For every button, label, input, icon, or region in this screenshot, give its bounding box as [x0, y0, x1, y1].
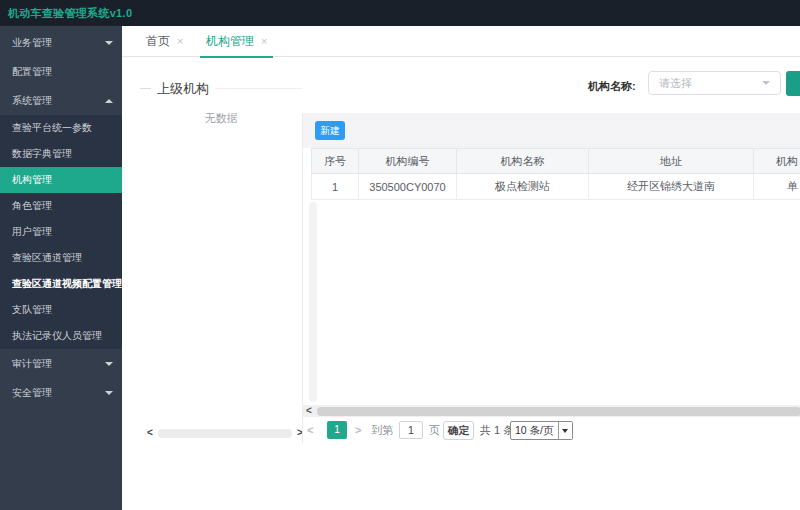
- cell-seq: 1: [312, 174, 359, 200]
- close-icon[interactable]: ×: [261, 35, 267, 47]
- sidebar-item-label: 机构管理: [12, 174, 52, 185]
- sidebar-item-data-dictionary[interactable]: 数据字典管理: [0, 141, 122, 167]
- parent-org-legend: 上级机构: [140, 80, 302, 97]
- org-table: 序号 机构编号 机构名称 地址 机构 1 350500CY0070 极点检测站 …: [311, 148, 800, 200]
- table-row[interactable]: 1 350500CY0070 极点检测站 经开区锦绣大道南 单: [312, 174, 800, 200]
- cell-org-type: 单: [754, 174, 800, 200]
- sidebar-item-label: 业务管理: [12, 37, 52, 48]
- cell-address: 经开区锦绣大道南: [589, 174, 754, 200]
- org-name-label: 机构名称:: [588, 79, 636, 94]
- tree-horizontal-scrollbar: < >: [144, 427, 306, 439]
- parent-org-panel: 上级机构 无数据: [140, 80, 302, 126]
- sidebar-item-label: 数据字典管理: [12, 148, 72, 159]
- new-button[interactable]: 新建: [315, 121, 345, 140]
- cell-org-name: 极点检测站: [457, 174, 589, 200]
- sidebar-item-channel-video-config[interactable]: 查验区通道视频配置管理: [0, 271, 122, 297]
- pagination: < 1 > 到第 页 确定 共 1 条 10 条/页: [303, 420, 800, 442]
- legend-line: [215, 88, 302, 89]
- col-org-type: 机构: [754, 149, 800, 174]
- page-number-button[interactable]: 1: [327, 421, 347, 439]
- sidebar-item-system-mgmt[interactable]: 系统管理: [0, 86, 122, 115]
- goto-label: 到第: [371, 420, 393, 440]
- col-org-name: 机构名称: [457, 149, 589, 174]
- sidebar-item-business-mgmt[interactable]: 业务管理: [0, 28, 122, 57]
- sidebar-item-audit-mgmt[interactable]: 审计管理: [0, 349, 122, 378]
- tab-org-mgmt[interactable]: 机构管理×: [200, 26, 273, 57]
- no-data-text: 无数据: [140, 111, 302, 126]
- prev-page-icon[interactable]: <: [307, 420, 313, 440]
- sidebar-item-label: 查验区通道管理: [12, 252, 82, 263]
- cell-org-code: 350500CY0070: [359, 174, 457, 200]
- org-name-select[interactable]: 请选择: [648, 71, 781, 95]
- sidebar-item-detachment-mgmt[interactable]: 支队管理: [0, 297, 122, 323]
- col-seq: 序号: [312, 149, 359, 174]
- sidebar-item-config-mgmt[interactable]: 配置管理: [0, 57, 122, 86]
- select-placeholder: 请选择: [659, 72, 692, 94]
- chevron-down-icon: [105, 391, 113, 395]
- sidebar-item-label: 系统管理: [12, 95, 52, 106]
- confirm-button[interactable]: 确定: [443, 421, 474, 440]
- chevron-down-icon: [762, 81, 770, 85]
- sidebar-item-recorder-staff-mgmt[interactable]: 执法记录仪人员管理: [0, 323, 122, 349]
- page-suffix-label: 页: [429, 420, 440, 440]
- sidebar-item-label: 执法记录仪人员管理: [12, 330, 102, 341]
- legend-line: [140, 88, 151, 89]
- select-arrow-box[interactable]: [558, 422, 572, 439]
- sidebar-item-role-mgmt[interactable]: 角色管理: [0, 193, 122, 219]
- sidebar-item-org-mgmt[interactable]: 机构管理: [0, 167, 122, 193]
- scroll-left-icon[interactable]: <: [306, 405, 312, 417]
- tab-label: 首页: [146, 34, 170, 48]
- org-table-panel: 新建 序号 机构编号 机构名称 地址 机构 1 350500CY0070 极点: [302, 113, 800, 443]
- tab-label: 机构管理: [206, 34, 254, 48]
- table-toolbar: 新建: [303, 113, 800, 148]
- search-button[interactable]: [786, 71, 800, 96]
- sidebar-item-label: 审计管理: [12, 358, 52, 369]
- sidebar-item-label: 用户管理: [12, 226, 52, 237]
- chevron-up-icon: [105, 99, 113, 103]
- app-title: 机动车查验管理系统v1.0: [8, 0, 132, 26]
- table-horizontal-scrollbar: <: [303, 405, 800, 417]
- app-window: 机动车查验管理系统v1.0 业务管理 配置管理 系统管理 查验平台统一参数 数据…: [0, 0, 800, 510]
- col-org-code: 机构编号: [359, 149, 457, 174]
- scrollbar-track[interactable]: [158, 429, 292, 438]
- top-bar: 机动车查验管理系统v1.0: [0, 0, 800, 26]
- col-address: 地址: [589, 149, 754, 174]
- page-size-select[interactable]: 10 条/页: [510, 421, 573, 440]
- sidebar-item-label: 查验区通道视频配置管理: [12, 278, 122, 289]
- close-icon[interactable]: ×: [177, 35, 183, 47]
- chevron-down-icon: [105, 362, 113, 366]
- table-header-row: 序号 机构编号 机构名称 地址 机构: [312, 149, 800, 174]
- scrollbar-thumb[interactable]: [317, 407, 800, 416]
- sidebar: 业务管理 配置管理 系统管理 查验平台统一参数 数据字典管理 机构管理 角色管理…: [0, 26, 122, 510]
- scroll-left-icon[interactable]: <: [144, 427, 156, 439]
- page-size-value: 10 条/页: [511, 424, 558, 438]
- sidebar-item-security-mgmt[interactable]: 安全管理: [0, 378, 122, 407]
- tab-bar: 首页× 机构管理×: [122, 26, 800, 57]
- next-page-icon[interactable]: >: [355, 420, 361, 440]
- table-vertical-scrollbar[interactable]: [309, 202, 317, 402]
- sidebar-item-label: 配置管理: [12, 66, 52, 77]
- sidebar-item-user-mgmt[interactable]: 用户管理: [0, 219, 122, 245]
- parent-org-title: 上级机构: [157, 80, 209, 98]
- chevron-down-icon: [105, 41, 113, 45]
- tab-home[interactable]: 首页×: [146, 26, 183, 57]
- goto-page-input[interactable]: [399, 421, 423, 439]
- sidebar-item-channel-mgmt[interactable]: 查验区通道管理: [0, 245, 122, 271]
- sidebar-item-label: 安全管理: [12, 387, 52, 398]
- sidebar-item-label: 角色管理: [12, 200, 52, 211]
- sidebar-item-label: 查验平台统一参数: [12, 122, 92, 133]
- chevron-down-icon: [562, 429, 568, 433]
- sidebar-item-platform-params[interactable]: 查验平台统一参数: [0, 115, 122, 141]
- sidebar-item-label: 支队管理: [12, 304, 52, 315]
